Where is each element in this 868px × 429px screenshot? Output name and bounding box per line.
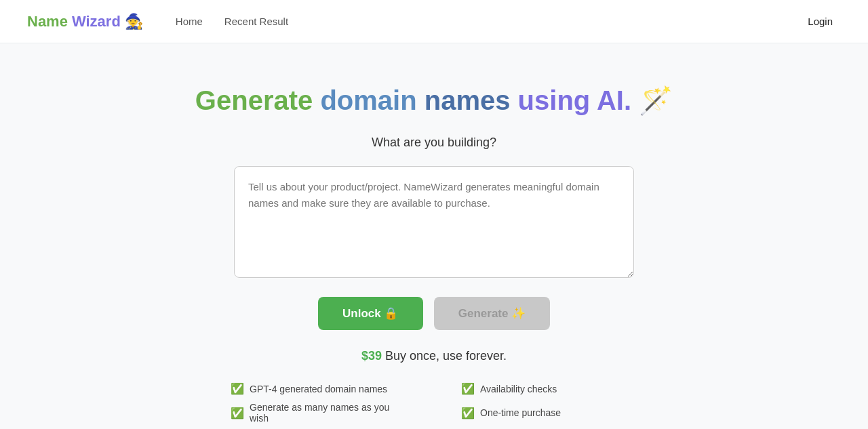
title-emoji: 🪄 (639, 85, 673, 115)
generate-button[interactable]: Generate ✨ (434, 297, 550, 330)
title-names: names (425, 85, 518, 115)
logo-name: Name (27, 13, 68, 30)
project-description-input[interactable] (234, 166, 634, 278)
check-icon-0: ✅ (231, 382, 244, 395)
nav-home[interactable]: Home (176, 16, 203, 27)
feature-item-0: ✅ GPT-4 generated domain names (231, 382, 407, 395)
price-description: Buy once, use forever. (385, 349, 507, 363)
price-amount: $39 (361, 349, 382, 363)
textarea-wrapper (234, 166, 634, 281)
feature-item-3: ✅ One-time purchase (461, 402, 637, 424)
main-nav: Home Recent Result (176, 16, 800, 27)
title-ai: AI. (597, 85, 631, 115)
title-generate: Generate (195, 85, 313, 115)
hero-subtitle: What are you building? (372, 136, 496, 150)
nav-recent-result[interactable]: Recent Result (224, 16, 288, 27)
login-button[interactable]: Login (800, 10, 841, 33)
pricing-line: $39 Buy once, use forever. (361, 349, 507, 363)
feature-label-0: GPT-4 generated domain names (250, 384, 387, 394)
check-icon-3: ✅ (461, 407, 475, 420)
feature-label-2: Generate as many names as you wish (250, 402, 407, 424)
header: NameWizard 🧙 Home Recent Result Login (0, 0, 868, 43)
feature-item-1: ✅ Availability checks (461, 382, 637, 395)
check-icon-1: ✅ (461, 382, 475, 395)
action-buttons: Unlock 🔒 Generate ✨ (318, 297, 550, 330)
logo-emoji: 🧙 (125, 13, 143, 30)
feature-item-2: ✅ Generate as many names as you wish (231, 402, 407, 424)
features-grid: ✅ GPT-4 generated domain names ✅ Availab… (231, 382, 637, 424)
title-domain: domain (320, 85, 424, 115)
logo-wizard: Wizard (72, 13, 121, 30)
main-content: Generate domain names using AI. 🪄 What a… (0, 43, 868, 429)
title-using: using (518, 85, 597, 115)
feature-label-3: One-time purchase (480, 407, 561, 418)
unlock-button[interactable]: Unlock 🔒 (318, 297, 423, 330)
logo[interactable]: NameWizard 🧙 (27, 13, 143, 30)
hero-title: Generate domain names using AI. 🪄 (195, 84, 673, 117)
check-icon-2: ✅ (231, 407, 244, 420)
feature-label-1: Availability checks (480, 384, 557, 394)
